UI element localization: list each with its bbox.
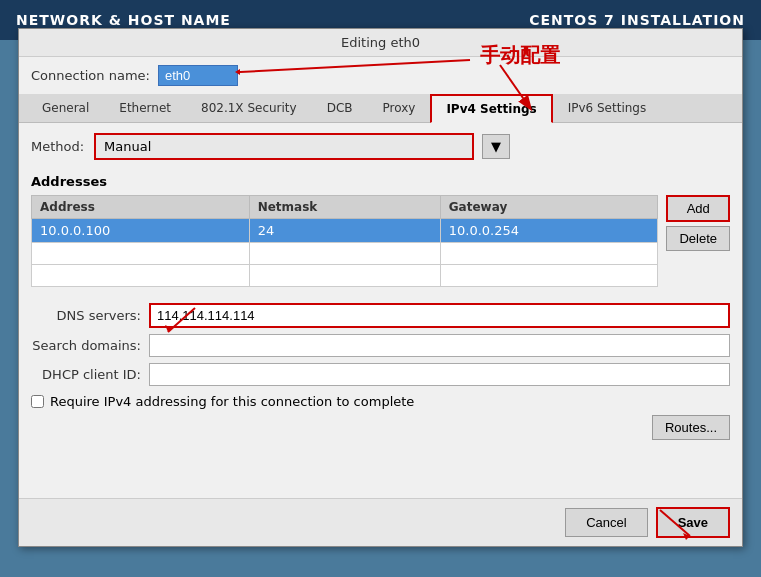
col-address: Address — [32, 196, 250, 219]
dhcp-row: DHCP client ID: — [31, 363, 730, 386]
bottom-bar: Cancel Save — [19, 498, 742, 546]
centos-install-title: CENTOS 7 INSTALLATION — [529, 12, 745, 28]
delete-button[interactable]: Delete — [666, 226, 730, 251]
addresses-title: Addresses — [31, 174, 730, 189]
tab-proxy[interactable]: Proxy — [368, 94, 431, 123]
method-value: Manual — [104, 139, 151, 154]
table-row[interactable]: 10.0.0.100 24 10.0.0.254 — [32, 219, 658, 243]
search-domains-label: Search domains: — [31, 338, 141, 353]
routes-button[interactable]: Routes... — [652, 415, 730, 440]
network-hostname-title: NETWORK & HOST NAME — [16, 12, 231, 28]
search-domains-input[interactable] — [149, 334, 730, 357]
ipv4-content: Method: Manual ▼ Addresses Address — [19, 123, 742, 498]
ipv4-require-checkbox[interactable] — [31, 395, 44, 408]
dialog-title: Editing eth0 — [341, 35, 420, 50]
col-gateway: Gateway — [440, 196, 658, 219]
table-row-empty-2 — [32, 265, 658, 287]
dhcp-input[interactable] — [149, 363, 730, 386]
add-button[interactable]: Add — [666, 195, 730, 222]
checkbox-row: Require IPv4 addressing for this connect… — [31, 394, 730, 409]
side-buttons: Add Delete — [666, 195, 730, 295]
tab-ethernet[interactable]: Ethernet — [104, 94, 186, 123]
tab-general[interactable]: General — [27, 94, 104, 123]
network-dialog: Editing eth0 Connection name: General Et… — [18, 28, 743, 547]
outer-wrapper: NETWORK & HOST NAME CENTOS 7 INSTALLATIO… — [0, 0, 761, 577]
addresses-table: Address Netmask Gateway 10.0.0.100 24 10… — [31, 195, 658, 287]
checkbox-label: Require IPv4 addressing for this connect… — [50, 394, 414, 409]
routes-row: Routes... — [31, 415, 730, 440]
connection-name-input[interactable] — [158, 65, 238, 86]
tabs-row: General Ethernet 802.1X Security DCB Pro… — [19, 94, 742, 123]
addresses-left: Address Netmask Gateway 10.0.0.100 24 10… — [31, 195, 658, 295]
col-netmask: Netmask — [249, 196, 440, 219]
tab-dcb[interactable]: DCB — [312, 94, 368, 123]
connection-name-row: Connection name: — [19, 57, 742, 94]
tab-ipv6[interactable]: IPv6 Settings — [553, 94, 662, 123]
dns-input[interactable] — [149, 303, 730, 328]
dns-row: DNS servers: — [31, 303, 730, 328]
method-input-box: Manual — [94, 133, 474, 160]
cell-netmask: 24 — [249, 219, 440, 243]
dhcp-label: DHCP client ID: — [31, 367, 141, 382]
method-label: Method: — [31, 139, 86, 154]
search-domains-row: Search domains: — [31, 334, 730, 357]
addresses-wrapper: Address Netmask Gateway 10.0.0.100 24 10… — [31, 195, 730, 295]
method-row: Method: Manual ▼ — [31, 133, 730, 160]
cell-address: 10.0.0.100 — [32, 219, 250, 243]
tab-8021x[interactable]: 802.1X Security — [186, 94, 312, 123]
method-dropdown[interactable]: ▼ — [482, 134, 510, 159]
table-row-empty-1 — [32, 243, 658, 265]
tab-ipv4[interactable]: IPv4 Settings — [430, 94, 552, 123]
dns-label: DNS servers: — [31, 308, 141, 323]
dialog-title-bar: Editing eth0 — [19, 29, 742, 57]
cell-gateway: 10.0.0.254 — [440, 219, 658, 243]
save-button[interactable]: Save — [656, 507, 730, 538]
cancel-button[interactable]: Cancel — [565, 508, 647, 537]
chevron-down-icon: ▼ — [491, 139, 501, 154]
connection-name-label: Connection name: — [31, 68, 150, 83]
